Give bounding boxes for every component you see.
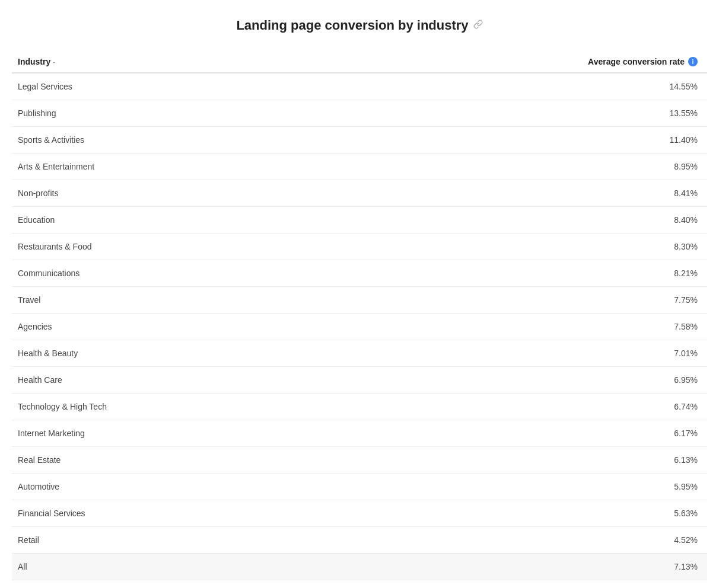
row-industry-12: Technology & High Tech — [18, 402, 107, 411]
row-rate-14: 6.13% — [674, 455, 698, 465]
row-industry-15: Automotive — [18, 482, 59, 491]
row-industry-14: Real Estate — [18, 455, 61, 465]
row-rate-8: 7.75% — [674, 295, 698, 305]
row-rate-17: 4.52% — [674, 535, 698, 545]
info-icon[interactable]: i — [688, 57, 698, 66]
table-row: Technology & High Tech6.74% — [12, 394, 707, 420]
table-row: Travel7.75% — [12, 287, 707, 314]
row-industry-4: Non-profits — [18, 188, 58, 198]
row-industry-6: Restaurants & Food — [18, 242, 92, 251]
row-rate-3: 8.95% — [674, 162, 698, 171]
row-rate-5: 8.40% — [674, 215, 698, 225]
row-industry-16: Financial Services — [18, 509, 85, 518]
table-header: Industry - Average conversion rate i — [12, 51, 707, 74]
table-row: Communications8.21% — [12, 260, 707, 287]
sort-indicator: - — [53, 58, 55, 65]
table-row: Financial Services5.63% — [12, 500, 707, 527]
row-rate-0: 14.55% — [670, 82, 698, 91]
row-rate-7: 8.21% — [674, 269, 698, 278]
link-icon[interactable] — [473, 20, 483, 31]
table-row: Non-profits8.41% — [12, 180, 707, 207]
conversion-column-header: Average conversion rate i — [588, 57, 698, 66]
row-rate-1: 13.55% — [670, 108, 698, 118]
row-industry-13: Internet Marketing — [18, 429, 85, 438]
title-row: Landing page conversion by industry — [12, 18, 707, 33]
row-industry-5: Education — [18, 215, 55, 225]
footer-rate: 7.13% — [674, 562, 698, 571]
table-row: Internet Marketing6.17% — [12, 420, 707, 447]
row-rate-6: 8.30% — [674, 242, 698, 251]
table-row: Agencies7.58% — [12, 314, 707, 340]
row-industry-9: Agencies — [18, 322, 52, 331]
table-row: Legal Services14.55% — [12, 74, 707, 100]
table-row: Health Care6.95% — [12, 367, 707, 394]
page-title: Landing page conversion by industry — [236, 18, 468, 33]
page-container: Landing page conversion by industry Indu… — [0, 0, 719, 588]
row-rate-2: 11.40% — [670, 135, 698, 145]
footer-row: All 7.13% — [12, 554, 707, 580]
table-row: Retail4.52% — [12, 527, 707, 554]
row-industry-3: Arts & Entertainment — [18, 162, 94, 171]
row-rate-9: 7.58% — [674, 322, 698, 331]
row-industry-7: Communications — [18, 269, 79, 278]
conversion-header-label: Average conversion rate — [588, 57, 685, 66]
row-industry-0: Legal Services — [18, 82, 72, 91]
table-row: Real Estate6.13% — [12, 447, 707, 474]
table-row: Publishing13.55% — [12, 100, 707, 127]
row-rate-12: 6.74% — [674, 402, 698, 411]
row-industry-10: Health & Beauty — [18, 349, 78, 358]
table-row: Restaurants & Food8.30% — [12, 234, 707, 260]
table-row: Automotive5.95% — [12, 474, 707, 500]
row-rate-13: 6.17% — [674, 429, 698, 438]
row-industry-17: Retail — [18, 535, 39, 545]
row-industry-11: Health Care — [18, 375, 62, 385]
data-table: Industry - Average conversion rate i Leg… — [12, 51, 707, 580]
row-rate-11: 6.95% — [674, 375, 698, 385]
row-industry-1: Publishing — [18, 108, 56, 118]
table-row: Arts & Entertainment8.95% — [12, 154, 707, 180]
row-rate-4: 8.41% — [674, 188, 698, 198]
table-row: Health & Beauty7.01% — [12, 340, 707, 367]
footer-industry: All — [18, 562, 27, 571]
row-industry-8: Travel — [18, 295, 40, 305]
table-row: Sports & Activities11.40% — [12, 127, 707, 154]
table-body: Legal Services14.55%Publishing13.55%Spor… — [12, 74, 707, 554]
row-rate-15: 5.95% — [674, 482, 698, 491]
industry-column-header[interactable]: Industry - — [18, 57, 55, 66]
row-rate-10: 7.01% — [674, 349, 698, 358]
row-industry-2: Sports & Activities — [18, 135, 84, 145]
industry-header-label: Industry — [18, 57, 50, 66]
table-row: Education8.40% — [12, 207, 707, 234]
row-rate-16: 5.63% — [674, 509, 698, 518]
